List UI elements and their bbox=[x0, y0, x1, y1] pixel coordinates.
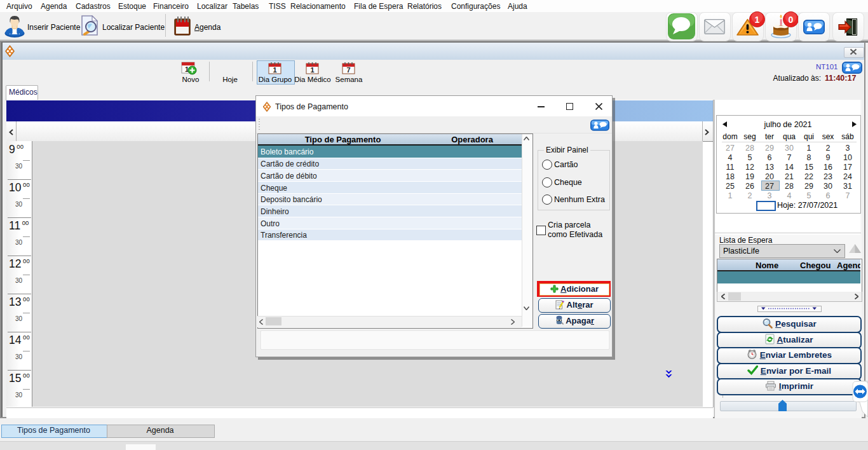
svg-text:1: 1 bbox=[310, 66, 314, 74]
svg-text:1: 1 bbox=[755, 15, 760, 25]
svg-text:0: 0 bbox=[789, 15, 794, 25]
svg-text:1: 1 bbox=[273, 66, 276, 74]
svg-text:7: 7 bbox=[346, 66, 350, 74]
